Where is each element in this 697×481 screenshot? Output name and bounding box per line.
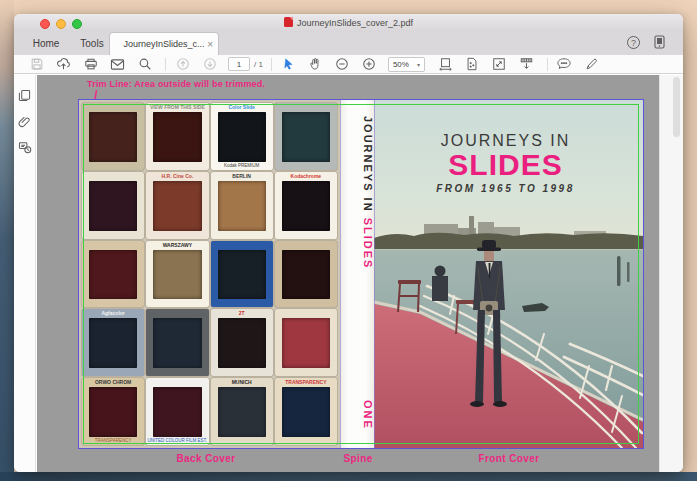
window-title: JourneyInSlides_cover_2.pdf (297, 18, 413, 28)
share-upload-icon[interactable] (55, 56, 72, 72)
page-thumbnails-icon[interactable] (18, 89, 31, 102)
photo-slide (211, 241, 273, 308)
doc-history-icon[interactable] (18, 141, 32, 154)
label-spine: Spine (343, 453, 372, 464)
zoom-in-icon[interactable] (361, 56, 378, 72)
next-page-icon[interactable] (201, 56, 218, 72)
zoom-level-value: 50% (393, 60, 409, 69)
desktop-wallpaper-left (0, 0, 14, 481)
pencil-sign-icon[interactable] (583, 56, 600, 72)
photo-slide: WARSZAWY (146, 241, 208, 308)
photo-slide: Agfacolor (82, 309, 144, 376)
desktop-wallpaper-bottom (0, 472, 697, 481)
scroll-mode-icon[interactable] (518, 56, 535, 72)
photo-slide (275, 241, 337, 308)
search-icon[interactable] (136, 56, 153, 72)
document-area[interactable]: Trim Line: Area outside will be trimmed.… (37, 75, 660, 472)
pdf-file-icon (284, 17, 293, 27)
acrobat-window: JourneyInSlides_cover_2.pdf Home Tools J… (14, 14, 683, 472)
front-cover: JOURNEYS IN SLIDES FROM 1965 TO 1998 (374, 100, 643, 448)
front-subtitle: FROM 1965 TO 1998 (374, 183, 637, 194)
photo-slide (275, 103, 337, 170)
photo-slide (82, 241, 144, 308)
full-screen-icon[interactable] (491, 56, 508, 72)
tab-bar: Home Tools JourneyInSlides_c... × ? (14, 32, 683, 56)
spine-title: JOURNEYS IN SLIDES (340, 116, 374, 336)
hand-tool-icon[interactable] (307, 56, 324, 72)
photo-slide: VIEW FROM THIS SIDE (146, 103, 208, 170)
back-cover: VIEW FROM THIS SIDEColor SlideKodak PREM… (79, 100, 340, 448)
spine-volume: ONE (340, 400, 374, 430)
main-area: Trim Line: Area outside will be trimmed.… (14, 75, 683, 472)
toolbar: / 1 50% ▾ (14, 55, 683, 74)
fit-page-icon[interactable] (464, 56, 481, 72)
scrollbar-gutter[interactable] (659, 75, 683, 472)
print-icon[interactable] (82, 56, 99, 72)
photo-slide (82, 103, 144, 170)
select-tool-icon[interactable] (280, 56, 297, 72)
photo-slide (82, 172, 144, 239)
photo-slide: Color SlideKodak PREMIUM (211, 103, 273, 170)
trim-line-annotation: Trim Line: Area outside will be trimmed. (87, 79, 265, 89)
photo-slide (146, 309, 208, 376)
window-title-wrap: JourneyInSlides_cover_2.pdf (14, 17, 683, 28)
label-back-cover: Back Cover (176, 453, 235, 464)
previous-page-icon[interactable] (174, 56, 191, 72)
photo-slide: ORWO CHROMTRANSPARENCY (82, 378, 144, 445)
zoom-out-icon[interactable] (334, 56, 351, 72)
spine-title-black: JOURNEYS IN (362, 116, 374, 218)
save-icon[interactable] (28, 56, 45, 72)
scrollbar-thumb[interactable] (673, 77, 680, 137)
mobile-device-icon[interactable] (654, 35, 665, 49)
photo-slide (275, 309, 337, 376)
front-cover-title-block: JOURNEYS IN SLIDES FROM 1965 TO 1998 (374, 132, 637, 194)
tab-home[interactable]: Home (24, 32, 68, 55)
tab-document[interactable]: JourneyInSlides_c... × (109, 32, 219, 55)
zoom-level-select[interactable]: 50% ▾ (388, 57, 425, 72)
spine: JOURNEYS IN SLIDES ONE (340, 100, 374, 448)
tabbar-right-icons: ? (627, 35, 665, 49)
spine-title-pink: SLIDES (362, 218, 374, 270)
photo-slide: MUNICH (211, 378, 273, 445)
page-total-label: / 1 (254, 60, 263, 69)
comment-icon[interactable] (556, 56, 573, 72)
titlebar: JourneyInSlides_cover_2.pdf (14, 14, 683, 33)
label-front-cover: Front Cover (478, 453, 539, 464)
attachments-icon[interactable] (18, 115, 31, 128)
page-number-input[interactable] (228, 57, 250, 71)
photo-slide: Kodachrome (275, 172, 337, 239)
front-title-line2: SLIDES (374, 150, 637, 181)
pdf-page: VIEW FROM THIS SIDEColor SlideKodak PREM… (78, 99, 644, 449)
email-icon[interactable] (109, 56, 126, 72)
photo-slide: BERLIN (211, 172, 273, 239)
chevron-down-icon: ▾ (417, 61, 420, 68)
fit-width-icon[interactable] (437, 56, 454, 72)
tab-tools[interactable]: Tools (70, 32, 114, 55)
close-tab-icon[interactable]: × (207, 33, 213, 56)
ferry-photo (374, 216, 643, 448)
photo-slide: TRANSPARENCY (275, 378, 337, 445)
navigation-pane (14, 75, 36, 472)
photo-slide: UNITED COLOUR FILM EST. (146, 378, 208, 445)
photo-slide: H.R. Cine Co. (146, 172, 208, 239)
tab-document-label: JourneyInSlides_c... (123, 33, 204, 56)
help-icon[interactable]: ? (627, 36, 640, 49)
photo-slide: 2T (211, 309, 273, 376)
